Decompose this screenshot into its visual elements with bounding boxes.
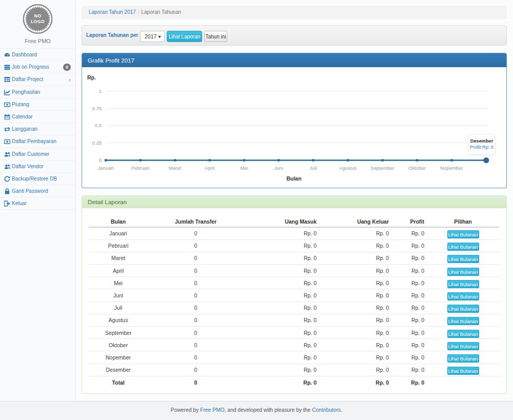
svg-text:0: 0 xyxy=(99,157,102,163)
svg-text:NO: NO xyxy=(34,13,42,18)
svg-text:Januari: Januari xyxy=(98,165,114,171)
svg-text:0.75: 0.75 xyxy=(92,106,102,111)
svg-text:1: 1 xyxy=(99,88,102,94)
svg-text:0.5: 0.5 xyxy=(95,123,102,128)
svg-text:September: September xyxy=(370,165,394,171)
svg-text:Pebruari: Pebruari xyxy=(131,165,150,171)
svg-text:Bulan: Bulan xyxy=(286,175,301,182)
svg-text:Maret: Maret xyxy=(169,165,182,171)
svg-text:Oktober: Oktober xyxy=(408,165,426,171)
svg-text:Agustus: Agustus xyxy=(339,165,357,171)
svg-text:Juni: Juni xyxy=(274,165,283,171)
svg-text:Rp.: Rp. xyxy=(87,74,96,81)
svg-text:Juli: Juli xyxy=(310,165,317,171)
svg-text:LOGO: LOGO xyxy=(31,19,45,24)
svg-text:Nopember: Nopember xyxy=(440,165,463,171)
svg-text:April: April xyxy=(205,165,214,171)
svg-text:0.25: 0.25 xyxy=(92,140,102,146)
svg-text:Mei: Mei xyxy=(240,165,248,171)
